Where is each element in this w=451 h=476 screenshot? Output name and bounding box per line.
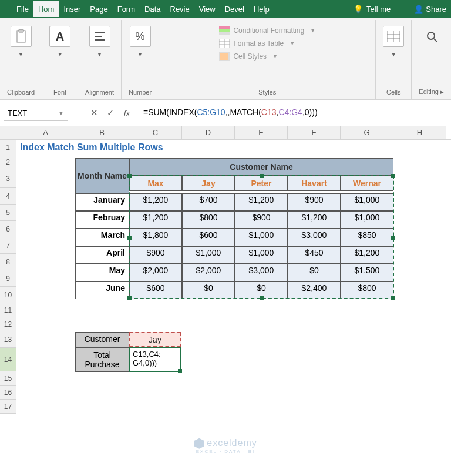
- row-header[interactable]: 5: [0, 205, 16, 221]
- data-cell[interactable]: $700: [182, 193, 235, 211]
- data-cell[interactable]: $1,000: [182, 246, 235, 264]
- row-header[interactable]: 13: [0, 331, 16, 348]
- row-header[interactable]: 10: [0, 287, 16, 303]
- formula-bar[interactable]: =SUM(INDEX(C5:G10,,MATCH(C13,C4:G4,0))): [141, 105, 447, 120]
- data-cell[interactable]: $1,200: [235, 193, 288, 211]
- row-header[interactable]: 17: [0, 400, 16, 414]
- fill-handle[interactable]: [178, 369, 182, 373]
- chevron-down-icon[interactable]: ▼: [18, 52, 23, 58]
- fx-icon[interactable]: fx: [119, 109, 135, 118]
- data-cell[interactable]: $1,000: [341, 193, 393, 211]
- name-box[interactable]: TEXT▼: [4, 105, 68, 121]
- row-header[interactable]: 1: [0, 140, 16, 155]
- chevron-down-icon[interactable]: ▼: [391, 52, 396, 58]
- header-month: Month Name: [75, 158, 129, 193]
- chevron-down-icon[interactable]: ▼: [58, 110, 64, 116]
- data-cell[interactable]: $3,000: [288, 229, 341, 246]
- paste-icon[interactable]: [11, 26, 32, 47]
- tab-review[interactable]: Revie: [166, 1, 194, 17]
- tab-help[interactable]: Help: [249, 1, 274, 17]
- data-cell[interactable]: $1,200: [129, 193, 182, 211]
- col-header[interactable]: F: [288, 126, 341, 139]
- tab-page[interactable]: Page: [85, 1, 112, 17]
- row-header[interactable]: 12: [0, 317, 16, 331]
- col-header[interactable]: C: [129, 126, 182, 139]
- tab-developer[interactable]: Devel: [220, 1, 249, 17]
- enter-icon[interactable]: ✓: [102, 108, 119, 118]
- col-header[interactable]: B: [75, 126, 129, 139]
- row-header[interactable]: 4: [0, 188, 16, 205]
- tab-formulas[interactable]: Form: [113, 1, 140, 17]
- data-cell[interactable]: $2,400: [288, 281, 341, 299]
- data-cell[interactable]: $1,500: [341, 264, 393, 281]
- data-cell[interactable]: $0: [235, 281, 288, 299]
- data-cell[interactable]: $900: [129, 246, 182, 264]
- data-cell[interactable]: $2,000: [182, 264, 235, 281]
- col-header[interactable]: G: [341, 126, 393, 139]
- col-header[interactable]: E: [235, 126, 288, 139]
- data-cell[interactable]: $800: [182, 211, 235, 229]
- row-header[interactable]: 15: [0, 371, 16, 386]
- data-cell[interactable]: $1,000: [235, 229, 288, 246]
- tab-view[interactable]: View: [194, 1, 220, 17]
- data-cell[interactable]: $2,000: [129, 264, 182, 281]
- data-cell[interactable]: $1,800: [129, 229, 182, 246]
- row-header[interactable]: 7: [0, 237, 16, 254]
- data-cell[interactable]: $1,200: [129, 211, 182, 229]
- tab-home[interactable]: Hom: [33, 1, 59, 17]
- editing-icon[interactable]: [421, 26, 442, 47]
- svg-line-19: [434, 39, 437, 42]
- lookup-customer-value[interactable]: Jay: [129, 332, 181, 347]
- col-header[interactable]: A: [16, 126, 75, 139]
- data-cell[interactable]: $1,000: [235, 246, 288, 264]
- svg-point-18: [428, 32, 435, 39]
- month-cell: June: [75, 281, 129, 299]
- data-cell[interactable]: $0: [288, 264, 341, 281]
- row-header[interactable]: 16: [0, 386, 16, 400]
- data-cell[interactable]: $850: [341, 229, 393, 246]
- data-cell[interactable]: $800: [341, 281, 393, 299]
- chevron-down-icon[interactable]: ▼: [58, 52, 63, 58]
- data-cell[interactable]: $600: [182, 229, 235, 246]
- cells-icon[interactable]: [383, 26, 404, 47]
- customer-header: Havart: [288, 176, 341, 191]
- share-button[interactable]: Share: [426, 5, 446, 14]
- col-header[interactable]: H: [393, 126, 446, 139]
- number-icon[interactable]: %: [130, 26, 151, 47]
- data-cell[interactable]: $1,200: [288, 211, 341, 229]
- data-cell[interactable]: $1,000: [341, 211, 393, 229]
- conditional-formatting-button[interactable]: Conditional Formatting▼: [219, 26, 315, 35]
- format-as-table-button[interactable]: Format as Table▼: [219, 39, 315, 48]
- chevron-down-icon[interactable]: ▼: [137, 52, 143, 58]
- font-icon[interactable]: A: [49, 26, 70, 47]
- chevron-down-icon[interactable]: ▼: [97, 52, 102, 58]
- select-all-corner[interactable]: [0, 126, 16, 139]
- row-header[interactable]: 8: [0, 254, 16, 270]
- data-cell[interactable]: $1,200: [341, 246, 393, 264]
- data-cell[interactable]: $600: [129, 281, 182, 299]
- row-header[interactable]: 11: [0, 303, 16, 317]
- cell-styles-button[interactable]: Cell Styles▼: [219, 52, 315, 61]
- ribbon: ▼ Clipboard A ▼ Font ▼ Alignment % ▼ Num…: [0, 18, 451, 100]
- month-cell: April: [75, 246, 129, 264]
- row-header[interactable]: 3: [0, 169, 16, 188]
- row-header[interactable]: 14: [0, 348, 16, 371]
- data-cell[interactable]: $450: [288, 246, 341, 264]
- row-header[interactable]: 9: [0, 270, 16, 287]
- row-header[interactable]: 2: [0, 155, 16, 169]
- tab-file[interactable]: File: [12, 1, 33, 17]
- active-cell-formula[interactable]: C13,C4: G4,0))): [129, 347, 181, 372]
- tab-insert[interactable]: Inser: [59, 1, 85, 17]
- tell-me[interactable]: Tell me: [366, 5, 391, 14]
- col-header[interactable]: D: [182, 126, 235, 139]
- data-cell[interactable]: $3,000: [235, 264, 288, 281]
- month-cell: January: [75, 193, 129, 211]
- data-cell[interactable]: $900: [288, 193, 341, 211]
- data-cell[interactable]: $900: [235, 211, 288, 229]
- header-customer: Customer Name: [129, 158, 393, 176]
- alignment-icon[interactable]: [89, 26, 110, 47]
- tab-data[interactable]: Data: [140, 1, 165, 17]
- cancel-icon[interactable]: ✕: [86, 108, 102, 118]
- row-header[interactable]: 6: [0, 221, 16, 237]
- data-cell[interactable]: $0: [182, 281, 235, 299]
